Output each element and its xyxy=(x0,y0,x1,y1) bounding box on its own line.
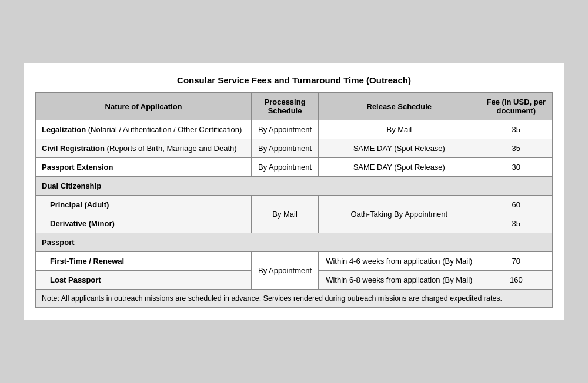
release-cell: SAME DAY (Spot Release) xyxy=(318,158,480,177)
col-release: Release Schedule xyxy=(318,93,480,120)
fee-cell: 30 xyxy=(480,158,552,177)
section-label: Dual Citizenship xyxy=(36,177,553,196)
note-row: Note: All applicants in outreach mission… xyxy=(36,290,553,308)
col-nature: Nature of Application xyxy=(36,93,252,120)
section-label: Passport xyxy=(36,233,553,252)
row-label-rest: (Reports of Birth, Marriage and Death) xyxy=(107,144,237,153)
release-cell: By Mail xyxy=(318,120,480,139)
note-text: Note: All applicants in outreach mission… xyxy=(36,290,553,308)
page-title: Consular Service Fees and Turnaround Tim… xyxy=(35,75,553,85)
nature-cell: First-Time / Renewal xyxy=(36,252,252,271)
processing-cell: By Appointment xyxy=(252,158,319,177)
fee-cell: 70 xyxy=(480,252,552,271)
fee-cell: 60 xyxy=(480,196,552,214)
table-row: Legalization (Notarial / Authentication … xyxy=(36,120,553,139)
row-label-bold: Civil Registration xyxy=(42,144,105,153)
table-row: Passport Extension By Appointment SAME D… xyxy=(36,158,553,177)
row-label-bold: Legalization xyxy=(42,125,86,134)
row-label-bold: Passport Extension xyxy=(42,163,113,172)
nature-cell: Lost Passport xyxy=(36,271,252,290)
main-container: Consular Service Fees and Turnaround Tim… xyxy=(24,63,564,320)
release-cell: Oath-Taking By Appointment xyxy=(318,196,480,233)
table-row: Principal (Adult) By Mail Oath-Taking By… xyxy=(36,196,553,214)
row-label-rest: (Notarial / Authentication / Other Certi… xyxy=(88,125,242,134)
col-processing: Processing Schedule xyxy=(252,93,319,120)
nature-cell: Legalization (Notarial / Authentication … xyxy=(36,120,252,139)
fee-cell: 35 xyxy=(480,120,552,139)
nature-cell: Passport Extension xyxy=(36,158,252,177)
processing-cell: By Appointment xyxy=(252,252,319,290)
col-fee: Fee (in USD, per document) xyxy=(480,93,552,120)
release-cell: Within 6-8 weeks from application (By Ma… xyxy=(318,271,480,290)
processing-cell: By Appointment xyxy=(252,139,319,158)
release-cell: SAME DAY (Spot Release) xyxy=(318,139,480,158)
section-header-dual: Dual Citizenship xyxy=(36,177,553,196)
section-header-passport: Passport xyxy=(36,233,553,252)
release-cell: Within 4-6 weeks from application (By Ma… xyxy=(318,252,480,271)
table-row: First-Time / Renewal By Appointment With… xyxy=(36,252,553,271)
processing-cell: By Appointment xyxy=(252,120,319,139)
table-row: Civil Registration (Reports of Birth, Ma… xyxy=(36,139,553,158)
processing-cell: By Mail xyxy=(252,196,319,233)
nature-cell: Principal (Adult) xyxy=(36,196,252,214)
fee-cell: 160 xyxy=(480,271,552,290)
fee-cell: 35 xyxy=(480,214,552,233)
nature-cell: Civil Registration (Reports of Birth, Ma… xyxy=(36,139,252,158)
nature-cell: Derivative (Minor) xyxy=(36,214,252,233)
fees-table: Nature of Application Processing Schedul… xyxy=(35,92,553,308)
fee-cell: 35 xyxy=(480,139,552,158)
